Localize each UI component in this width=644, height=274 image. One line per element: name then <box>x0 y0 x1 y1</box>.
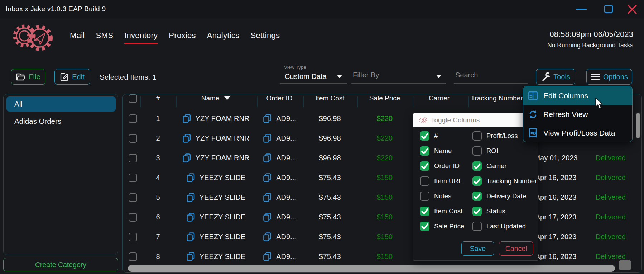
row-checkbox[interactable] <box>129 134 137 143</box>
checkbox[interactable] <box>420 176 429 186</box>
table-row[interactable]: 6 YEEZY SLIDE AD9... $75.43 $150 Apr 17,… <box>123 207 641 227</box>
copy-icon[interactable] <box>263 114 272 123</box>
row-checkbox[interactable] <box>129 213 137 222</box>
tools-button[interactable]: Tools <box>536 69 575 85</box>
tab-mail[interactable]: Mail <box>70 31 85 44</box>
copy-icon[interactable] <box>182 153 192 163</box>
checkbox[interactable] <box>472 222 482 231</box>
checkbox-label: Last Updated <box>486 222 526 230</box>
table-row[interactable]: 5 YEEZY SLIDE AD9... $75.43 $150 Apr 16,… <box>123 188 641 207</box>
column-header-carrier[interactable]: Carrier <box>412 94 466 102</box>
copy-icon[interactable] <box>186 232 196 242</box>
menu-item-view-profit-loss[interactable]: $ View Profit/Loss Data <box>523 124 632 142</box>
copy-icon[interactable] <box>182 133 192 143</box>
table-row[interactable]: 3 YZY FOAM RNR AD9... $96.98 $220 May 01… <box>123 148 641 168</box>
copy-icon[interactable] <box>186 252 196 261</box>
search-field[interactable] <box>454 64 528 84</box>
gears-icon <box>419 117 427 124</box>
toggle-columns-header[interactable]: Toggle Columns <box>413 113 538 127</box>
file-button[interactable]: File <box>11 69 45 85</box>
copy-icon[interactable] <box>263 133 272 143</box>
toggle-column-option[interactable]: Item URL <box>420 174 464 189</box>
copy-icon[interactable] <box>186 193 196 202</box>
column-header-name[interactable]: Name <box>175 94 256 102</box>
copy-icon[interactable] <box>263 173 272 183</box>
checkbox[interactable] <box>472 207 482 216</box>
horizontal-scrollbar[interactable] <box>128 265 615 272</box>
order-id-cell: AD9... <box>256 148 302 168</box>
row-checkbox[interactable] <box>129 174 137 182</box>
select-all-checkbox[interactable] <box>129 94 137 103</box>
checkbox[interactable] <box>420 146 429 156</box>
tab-proxies[interactable]: Proxies <box>169 31 196 44</box>
tab-inventory[interactable]: Inventory <box>124 31 158 44</box>
filter-by-input[interactable] <box>353 71 440 79</box>
copy-icon[interactable] <box>263 153 272 163</box>
table-row[interactable]: 4 YEEZY SLIDE AD9... $75.43 $150 Apr 16,… <box>123 168 641 188</box>
table-row[interactable]: 7 YEEZY SLIDE AD9... $75.43 $150 Apr 17,… <box>123 227 641 247</box>
row-checkbox[interactable] <box>129 114 137 123</box>
toggle-column-option[interactable]: # <box>420 128 464 143</box>
checkbox[interactable] <box>420 161 429 171</box>
view-type-select[interactable]: View Type Custom Data <box>280 64 347 84</box>
checkbox[interactable] <box>472 131 482 141</box>
table-row[interactable]: 8 YEEZY SLIDE AD9... $75.43 $150 Apr 16,… <box>123 247 641 266</box>
tab-sms[interactable]: SMS <box>96 31 114 44</box>
toggle-column-option[interactable]: Last Updated <box>472 219 537 234</box>
checkbox[interactable] <box>420 131 429 141</box>
toggle-column-option[interactable]: Order ID <box>420 159 464 174</box>
close-button[interactable] <box>627 4 638 14</box>
copy-icon[interactable] <box>263 232 272 242</box>
row-checkbox[interactable] <box>129 233 137 241</box>
minimize-button[interactable] <box>576 4 587 14</box>
menu-item-refresh-view[interactable]: Refresh View <box>523 105 632 124</box>
maximize-button[interactable] <box>603 4 614 14</box>
toggle-column-option[interactable]: Tracking Number <box>472 174 537 189</box>
clock-time: 08:58:09pm 06/05/2023 <box>547 30 633 39</box>
create-category-button[interactable]: Create Category <box>3 258 118 271</box>
copy-icon[interactable] <box>263 252 272 261</box>
checkbox[interactable] <box>472 161 482 171</box>
toggle-column-option[interactable]: Carrier <box>472 159 537 174</box>
column-header-num[interactable]: # <box>144 94 172 102</box>
row-checkbox[interactable] <box>129 154 137 162</box>
toggle-column-option[interactable]: Notes <box>420 189 464 204</box>
tab-analytics[interactable]: Analytics <box>207 31 240 44</box>
checkbox[interactable] <box>420 192 429 201</box>
vertical-scrollbar[interactable] <box>636 113 640 138</box>
filter-by-select[interactable] <box>351 64 446 84</box>
checkbox[interactable] <box>472 176 482 186</box>
row-checkbox[interactable] <box>129 252 137 261</box>
toggle-column-option[interactable]: Name <box>420 143 464 159</box>
checkbox-label: Status <box>486 207 505 215</box>
sidebar-item-adidas-orders[interactable]: Adidas Orders <box>6 114 116 129</box>
copy-icon[interactable] <box>263 212 272 222</box>
checkbox[interactable] <box>420 207 429 216</box>
column-header-order-id[interactable]: Order ID <box>256 94 302 102</box>
checkbox[interactable] <box>420 222 429 231</box>
column-header-item-cost[interactable]: Item Cost <box>302 94 357 102</box>
copy-icon[interactable] <box>182 114 192 123</box>
sidebar-item-all[interactable]: All <box>6 96 116 112</box>
menu-item-edit-columns[interactable]: Edit Columns <box>523 86 632 105</box>
tab-settings[interactable]: Settings <box>251 31 280 44</box>
save-button[interactable]: Save <box>461 241 494 256</box>
cancel-button[interactable]: Cancel <box>499 241 533 256</box>
toggle-column-option[interactable]: Sale Price <box>420 219 464 234</box>
toggle-column-option[interactable]: ROI <box>472 143 537 159</box>
toggle-column-option[interactable]: Item Cost <box>420 204 464 219</box>
edit-button[interactable]: Edit <box>54 69 90 85</box>
copy-icon[interactable] <box>263 193 272 202</box>
checkbox[interactable] <box>472 146 482 156</box>
toggle-column-option[interactable]: Delivery Date <box>472 189 537 204</box>
toggle-column-option[interactable]: Status <box>472 204 537 219</box>
column-header-sale-price[interactable]: Sale Price <box>357 94 412 102</box>
copy-icon[interactable] <box>186 212 196 222</box>
row-checkbox[interactable] <box>129 193 137 202</box>
svg-text:$: $ <box>533 132 535 135</box>
checkbox[interactable] <box>472 192 482 201</box>
search-input[interactable] <box>455 71 523 79</box>
column-header-tracking[interactable]: Tracking Number <box>466 94 527 102</box>
options-button[interactable]: Options <box>586 69 632 85</box>
copy-icon[interactable] <box>186 173 196 183</box>
